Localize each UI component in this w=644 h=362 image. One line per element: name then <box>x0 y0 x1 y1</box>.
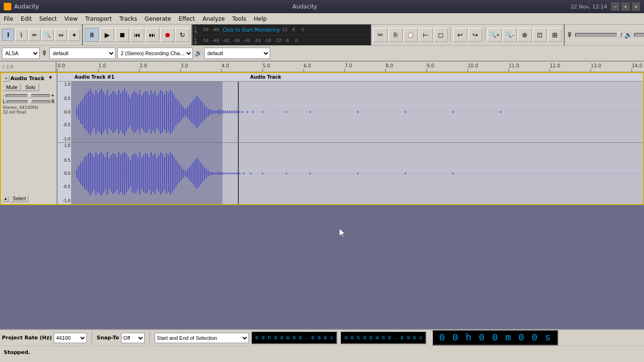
svg-rect-84 <box>177 100 178 124</box>
ruler-ticks[interactable]: 0.0 1.0 2.0 3.0 4.0 5.0 6.0 7.0 8.0 9.0 <box>57 62 644 72</box>
pause-button[interactable]: ⏸ <box>85 28 99 42</box>
loop-button[interactable]: ↻ <box>175 28 190 42</box>
snap-to-select[interactable]: Off <box>121 333 145 343</box>
device-toolbar: ALSA 🎙 default 2 (Stereo) Recording Cha.… <box>0 46 644 61</box>
track-dropdown-button[interactable]: ▼ <box>49 75 55 81</box>
svg-rect-76 <box>162 92 163 132</box>
workspace-area[interactable] <box>0 205 644 310</box>
pause-icon: ⏸ <box>89 31 95 39</box>
track-bottom-controls: ▲ Select <box>3 195 28 202</box>
svg-rect-175 <box>164 157 165 190</box>
gain-thumb[interactable] <box>28 93 32 98</box>
menu-view[interactable]: View <box>60 13 81 24</box>
app-name: Audacity <box>14 3 39 10</box>
fit-sel-button[interactable]: ⊡ <box>533 28 547 42</box>
svg-rect-199 <box>210 172 211 175</box>
click-to-monitor[interactable]: Click to Start Monitoring <box>223 27 280 33</box>
project-rate-label: Project Rate (Hz) <box>2 335 52 341</box>
titlebar: Audacity Audacity 22 Nov, 12:14 − + × <box>0 0 644 13</box>
zoom-tool-button[interactable]: 🔍 <box>41 29 54 41</box>
svg-rect-189 <box>191 165 192 182</box>
zoom-in-button[interactable]: 🔍+ <box>487 28 502 42</box>
channel-select[interactable]: 2 (Stereo) Recording Cha... <box>117 48 193 59</box>
menu-transport[interactable]: Transport <box>82 13 116 24</box>
menu-edit[interactable]: Edit <box>17 13 35 24</box>
paste-button[interactable]: 📋 <box>404 28 418 42</box>
api-select[interactable]: ALSA <box>2 48 40 59</box>
menu-tracks[interactable]: Tracks <box>116 13 141 24</box>
svg-rect-119 <box>253 111 254 113</box>
menu-effect[interactable]: Effect <box>175 13 199 24</box>
rewind-button[interactable]: ⏮ <box>130 28 144 42</box>
solo-button[interactable]: Solo <box>22 83 39 91</box>
svg-rect-173 <box>160 152 161 195</box>
svg-text:6.0: 6.0 <box>304 63 311 68</box>
record-button[interactable]: ⏺ <box>160 28 174 42</box>
menu-analyze[interactable]: Analyze <box>198 13 228 24</box>
draw-tool-button[interactable]: ✏ <box>28 29 41 41</box>
mute-button[interactable]: Mute <box>3 83 21 91</box>
input-volume-thumb[interactable] <box>617 32 621 38</box>
svg-rect-133 <box>84 157 85 189</box>
gain-slider[interactable] <box>6 94 50 97</box>
svg-rect-49 <box>111 93 112 131</box>
menu-file[interactable]: File <box>0 13 17 24</box>
ffwd-icon: ⏭ <box>149 31 156 39</box>
trim-button[interactable]: ⊢ <box>419 28 433 42</box>
channel-left[interactable]: 1.0 0.5 0.0 -0.5 -1.0 <box>58 82 643 143</box>
zoom-out-button[interactable]: 🔍- <box>503 28 517 42</box>
stop-button[interactable]: ⏹ <box>115 28 129 42</box>
fit-proj-button[interactable]: ⊞ <box>548 28 562 42</box>
select-button[interactable]: Select <box>10 195 28 202</box>
close-button[interactable]: × <box>632 2 640 11</box>
select-tool-button[interactable]: 𝐈 <box>2 29 14 41</box>
draw-tool-icon: ✏ <box>32 32 37 39</box>
svg-rect-215 <box>243 173 244 174</box>
redo-button[interactable]: ↪ <box>468 28 482 42</box>
output-volume-slider[interactable] <box>634 33 644 37</box>
svg-rect-153 <box>122 153 123 194</box>
mic-device-select[interactable]: default <box>50 48 116 59</box>
undo-button[interactable]: ↩ <box>453 28 467 42</box>
svg-rect-121 <box>286 111 287 113</box>
menu-generate[interactable]: Generate <box>141 13 175 24</box>
ffwd-button[interactable]: ⏭ <box>145 28 159 42</box>
selection-mode-select[interactable]: Start and End of Selection <box>155 333 249 343</box>
multi-tool-button[interactable]: ✦ <box>68 29 80 41</box>
maximize-button[interactable]: + <box>621 2 630 11</box>
minimize-button[interactable]: − <box>611 2 619 11</box>
speaker-device-select[interactable]: default <box>204 48 270 59</box>
selection-end-display[interactable]: 0 0 h 0 0 m 0 9 . 8 9 9 s <box>341 332 426 344</box>
track-close-button[interactable]: × <box>3 75 9 82</box>
menu-tools[interactable]: Tools <box>229 13 250 24</box>
zoom-sel-button[interactable]: ⊕ <box>518 28 532 42</box>
selection-start-display[interactable]: 0 0 h 0 0 m 0 0 . 0 0 0 s <box>252 332 337 344</box>
timeshift-tool-button[interactable]: ⇔ <box>55 29 67 41</box>
project-rate-select[interactable]: 44100 <box>54 333 87 343</box>
cut-button[interactable]: ✂ <box>373 28 388 42</box>
pan-slider[interactable] <box>7 100 50 103</box>
menu-select[interactable]: Select <box>35 13 60 24</box>
play-button[interactable]: ▶ <box>100 28 114 42</box>
svg-rect-48 <box>109 96 110 128</box>
copy-button[interactable]: ⎘ <box>388 28 403 42</box>
pan-thumb[interactable] <box>28 99 32 104</box>
silence-button[interactable]: ◻ <box>434 28 448 42</box>
svg-rect-107 <box>221 110 222 114</box>
svg-rect-71 <box>153 93 154 131</box>
channel-right[interactable]: 1.0 0.5 0.0 -0.5 -1.0 <box>58 143 643 204</box>
envelope-tool-button[interactable]: ⌇ <box>15 29 27 41</box>
svg-text:0.0: 0.0 <box>58 63 65 68</box>
svg-rect-109 <box>225 111 226 114</box>
input-volume-slider[interactable] <box>575 33 622 37</box>
collapse-button[interactable]: ▲ <box>3 196 8 202</box>
svg-rect-100 <box>208 109 209 116</box>
menubar: File Edit Select View Transport Tracks G… <box>0 13 644 25</box>
yaxis-left: 1.0 0.5 0.0 -0.5 -1.0 <box>58 82 72 142</box>
menu-help[interactable]: Help <box>250 13 270 24</box>
svg-text:3.0: 3.0 <box>181 63 188 68</box>
svg-rect-89 <box>187 107 188 118</box>
svg-rect-124 <box>405 111 406 113</box>
svg-rect-140 <box>98 155 99 192</box>
svg-rect-174 <box>162 154 163 193</box>
